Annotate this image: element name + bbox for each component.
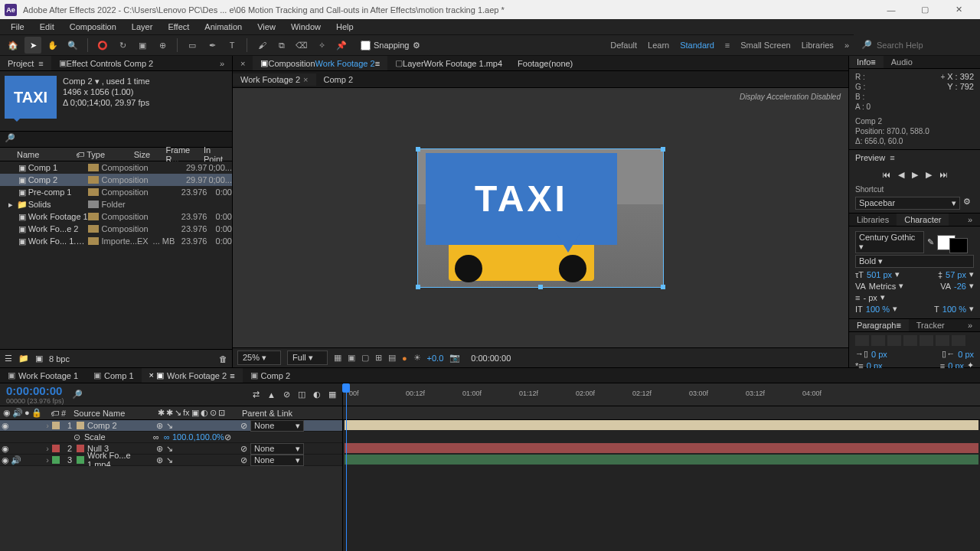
- clone-tool-icon[interactable]: ⧉: [273, 37, 290, 54]
- project-item[interactable]: ▣Comp 2Composition29.970;00...: [0, 174, 232, 186]
- overflow-icon[interactable]: »: [960, 214, 980, 226]
- workspace-learn[interactable]: Learn: [648, 41, 669, 50]
- justify-last-right-icon[interactable]: [936, 335, 949, 346]
- graph-editor-icon[interactable]: ▦: [328, 390, 336, 399]
- menu-edit[interactable]: Edit: [32, 21, 62, 33]
- interpret-footage-icon[interactable]: ☰: [5, 354, 12, 364]
- project-item[interactable]: ▸📁SolidsFolder: [0, 198, 232, 210]
- selection-tool-icon[interactable]: ➤: [24, 37, 41, 54]
- mask-toggle-icon[interactable]: ▣: [348, 353, 355, 363]
- close-viewer-icon[interactable]: ×: [233, 56, 253, 70]
- kerning-value[interactable]: Metrics: [869, 282, 896, 291]
- guides-icon[interactable]: ▤: [388, 353, 396, 363]
- audio-tab[interactable]: Audio: [884, 56, 920, 68]
- justify-last-center-icon[interactable]: [920, 335, 933, 346]
- maximize-button[interactable]: ▢: [908, 0, 942, 19]
- workspace-menu-icon[interactable]: ≡: [725, 41, 730, 50]
- delete-icon[interactable]: 🗑: [219, 354, 227, 364]
- draft3d-icon[interactable]: ▲: [267, 390, 276, 399]
- text-tool-icon[interactable]: T: [224, 37, 240, 54]
- workspace-standard[interactable]: Standard: [680, 41, 714, 50]
- timeline-layer[interactable]: ◉›2Null 3⊛↘⊘None▾: [0, 443, 342, 455]
- footage-tab[interactable]: Footage (none): [510, 56, 580, 70]
- hscale-value[interactable]: 100 %: [942, 305, 966, 314]
- zoom-tool-icon[interactable]: 🔍: [64, 37, 81, 54]
- leading-value[interactable]: 57 px: [946, 270, 966, 279]
- menu-help[interactable]: Help: [328, 21, 361, 33]
- shy-icon[interactable]: ⊘: [283, 390, 290, 399]
- shape-tool-icon[interactable]: ▭: [184, 37, 201, 54]
- resolution-dropdown[interactable]: Full ▾: [287, 350, 328, 365]
- timeline-layer[interactable]: ◉🔊›3Work Fo...e 1.mp4⊛↘⊘None▾: [0, 455, 342, 466]
- layer-tab[interactable]: ▢ Layer Work Footage 1.mp4: [387, 56, 510, 70]
- menu-composition[interactable]: Composition: [62, 21, 124, 33]
- last-frame-icon[interactable]: ⏭: [939, 170, 948, 180]
- subtab-workfootage2[interactable]: Work Footage 2×: [233, 73, 316, 86]
- project-item[interactable]: ▣Work Fo... 1.mp4Importe...EX... MB23.97…: [0, 235, 232, 247]
- rotate-tool-icon[interactable]: ↻: [114, 37, 131, 54]
- menu-effect[interactable]: Effect: [160, 21, 197, 33]
- prev-frame-icon[interactable]: ◀: [898, 170, 904, 180]
- composition-tab[interactable]: ▣ Composition Work Footage 2 ≡: [253, 56, 387, 70]
- project-item[interactable]: ▣Pre-comp 1Composition23.9760:00: [0, 186, 232, 198]
- viewer-time[interactable]: 0:00:00:00: [466, 352, 524, 364]
- play-icon[interactable]: ▶: [912, 170, 918, 180]
- frame-blend-icon[interactable]: ◫: [298, 390, 305, 399]
- project-item[interactable]: ▣Work Footage 1Composition23.9760:00: [0, 210, 232, 223]
- timeline-layer[interactable]: ⊙Scale∞∞ 100.0,100.0%⊘: [0, 432, 342, 443]
- shortcut-settings-icon[interactable]: ⚙: [960, 197, 974, 210]
- project-item[interactable]: ▣Comp 1Composition29.970;00...: [0, 161, 232, 174]
- camera-tool-icon[interactable]: ▣: [134, 37, 151, 54]
- indent-left[interactable]: 0 px: [871, 350, 887, 359]
- snapping-options-icon[interactable]: ⚙: [413, 41, 420, 51]
- grid-icon[interactable]: ⊞: [375, 353, 382, 363]
- workspace-default[interactable]: Default: [610, 41, 637, 50]
- next-frame-icon[interactable]: ▶: [926, 170, 932, 180]
- transparency-grid-icon[interactable]: ▦: [334, 353, 341, 363]
- info-tab[interactable]: Info ≡: [849, 56, 884, 68]
- project-item[interactable]: ▣Work Fo...e 2Composition23.9760:00: [0, 223, 232, 235]
- indent-right[interactable]: 0 px: [958, 350, 974, 359]
- font-style-dropdown[interactable]: Bold ▾: [855, 255, 974, 268]
- preview-panel-header[interactable]: Preview ≡: [855, 153, 974, 162]
- shortcut-dropdown[interactable]: Spacebar▾: [855, 197, 960, 210]
- close-button[interactable]: ✕: [942, 0, 975, 19]
- project-tab[interactable]: Project ≡: [0, 56, 51, 70]
- stroke-color[interactable]: [949, 238, 968, 253]
- align-center-icon[interactable]: [871, 335, 885, 346]
- timeline-tab-0[interactable]: ▣ Work Footage 1: [0, 368, 86, 383]
- menu-window[interactable]: Window: [283, 21, 328, 33]
- exposure-value[interactable]: +0.0: [427, 354, 444, 363]
- snapshot-icon[interactable]: 📷: [449, 353, 460, 363]
- character-tab[interactable]: Character: [897, 214, 949, 226]
- channel-icon[interactable]: ●: [402, 354, 407, 363]
- home-icon[interactable]: 🏠: [5, 37, 21, 54]
- new-comp-icon[interactable]: ▣: [35, 354, 43, 364]
- composition-viewer[interactable]: Display Acceleration Disabled TAXI: [233, 88, 848, 347]
- stroke-width-value[interactable]: - px: [863, 293, 877, 302]
- timeline-tab-2[interactable]: × ▣ Work Footage 2 ≡: [142, 368, 243, 383]
- roto-tool-icon[interactable]: ✧: [313, 37, 330, 54]
- workspace-libraries[interactable]: Libraries: [802, 41, 834, 50]
- font-size-value[interactable]: 501 px: [867, 270, 892, 279]
- puppet-tool-icon[interactable]: 📌: [333, 37, 350, 54]
- search-help-input[interactable]: [877, 41, 980, 50]
- timecode[interactable]: 0:00:00:00: [6, 384, 64, 397]
- timeline-tracks[interactable]: [343, 420, 980, 551]
- anchor-tool-icon[interactable]: ⊕: [154, 37, 171, 54]
- tracker-tab[interactable]: Tracker: [909, 319, 952, 331]
- snapping-checkbox[interactable]: [361, 41, 371, 51]
- timeline-tab-3[interactable]: ▣ Comp 2: [243, 368, 299, 383]
- zoom-dropdown[interactable]: 25% ▾: [237, 350, 281, 365]
- workspace-overflow-icon[interactable]: »: [844, 41, 849, 50]
- workspace-smallscreen[interactable]: Small Screen: [740, 41, 790, 50]
- menu-layer[interactable]: Layer: [124, 21, 161, 33]
- close-tab-icon[interactable]: ×: [303, 75, 308, 84]
- eyedropper-icon[interactable]: ✎: [927, 237, 934, 247]
- orbit-tool-icon[interactable]: ⭕: [94, 37, 111, 54]
- new-folder-icon[interactable]: 📁: [18, 354, 29, 364]
- justify-all-icon[interactable]: [952, 335, 965, 346]
- hand-tool-icon[interactable]: ✋: [44, 37, 61, 54]
- project-search-input[interactable]: [5, 133, 227, 142]
- comp-mini-flowchart-icon[interactable]: ⇄: [253, 390, 260, 399]
